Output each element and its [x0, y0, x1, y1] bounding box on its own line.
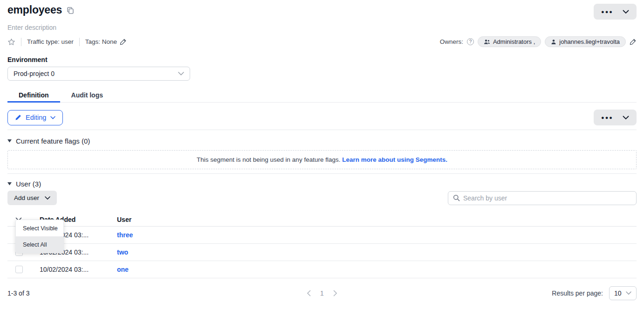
chevron-down-icon	[623, 10, 629, 14]
traffic-type-label: Traffic type: user	[27, 38, 74, 45]
search-icon	[453, 194, 460, 201]
segment-overflow-menu-button[interactable]: ●●●	[596, 4, 618, 20]
next-page-button[interactable]	[333, 290, 337, 296]
tab-audit-logs[interactable]: Audit logs	[60, 88, 114, 102]
ellipsis-icon: ●●●	[601, 115, 613, 120]
learn-more-link[interactable]: Learn more about using Segments.	[342, 156, 447, 163]
group-icon	[484, 39, 490, 45]
header: employees ●●●	[7, 4, 637, 20]
owner-team-label: Administrators ,	[493, 38, 535, 45]
divider	[79, 38, 80, 46]
feature-flags-section-toggle[interactable]: Current feature flags (0)	[7, 137, 637, 145]
chevron-down-icon	[626, 291, 631, 295]
results-per-page-select[interactable]: 10	[609, 286, 637, 300]
meta-row: Traffic type: user Tags: None Owners: ? …	[7, 36, 637, 47]
add-user-button[interactable]: Add user	[7, 191, 57, 205]
definition-toolbar: Editing ●●●	[7, 110, 637, 125]
empty-state-text: This segment is not being used in any fe…	[197, 156, 342, 163]
owner-user-pill[interactable]: johannes.liegl+travolta	[545, 36, 626, 47]
pager: 1	[307, 289, 337, 297]
menu-item-select-all[interactable]: Select All	[16, 236, 63, 253]
environment-label: Environment	[7, 56, 637, 63]
triangle-down-icon	[7, 182, 12, 186]
help-icon[interactable]: ?	[467, 38, 474, 45]
pencil-icon	[630, 38, 637, 45]
row-checkbox[interactable]	[15, 266, 23, 273]
tab-bar: Definition Audit logs	[7, 88, 637, 103]
previous-page-button[interactable]	[307, 290, 311, 296]
tags-label: Tags: None	[85, 38, 117, 45]
user-section-toggle[interactable]: User (3)	[7, 180, 637, 188]
user-link[interactable]: two	[117, 248, 128, 256]
environment-selected-value: Prod-project 0	[14, 70, 55, 77]
description-placeholder[interactable]: Enter description	[7, 24, 637, 31]
user-link[interactable]: one	[117, 266, 129, 273]
feature-flags-heading: Current feature flags (0)	[16, 137, 90, 145]
results-per-page: Results per page: 10	[552, 286, 637, 300]
user-search-input[interactable]	[463, 194, 631, 202]
definition-actions-chevron-button[interactable]	[618, 110, 634, 125]
owners-label: Owners:	[440, 38, 463, 45]
table-row: 10/02/2024 03:... three	[7, 227, 637, 244]
menu-item-select-visible[interactable]: Select Visible	[16, 220, 63, 236]
edit-owners-button[interactable]	[630, 38, 637, 45]
user-link[interactable]: three	[117, 231, 133, 239]
user-tools-row: Add user	[7, 191, 637, 205]
star-icon	[7, 38, 15, 46]
divider	[21, 38, 21, 46]
results-per-page-value: 10	[614, 289, 622, 297]
chevron-down-icon	[50, 116, 55, 119]
copy-key-icon[interactable]	[67, 7, 74, 14]
table-header-row: Date Added User	[7, 213, 637, 227]
feature-flags-empty-state: This segment is not being used in any fe…	[7, 150, 637, 169]
person-icon	[551, 39, 556, 45]
chevron-left-icon	[307, 290, 311, 296]
table-row: 10/02/2024 03:... two	[7, 244, 637, 261]
pencil-icon	[120, 38, 127, 45]
table-row: 10/02/2024 03:... one	[7, 261, 637, 278]
column-header-user: User	[117, 216, 637, 223]
edit-tags-button[interactable]	[120, 38, 127, 45]
chevron-down-icon	[45, 196, 50, 200]
triangle-down-icon	[7, 139, 12, 143]
chevron-right-icon	[333, 290, 337, 296]
add-user-label: Add user	[14, 194, 39, 201]
editing-mode-button[interactable]: Editing	[7, 110, 63, 125]
chevron-down-icon	[623, 116, 629, 120]
segment-actions-chevron-button[interactable]	[618, 4, 634, 20]
favorite-star-button[interactable]	[7, 38, 15, 46]
pencil-icon	[15, 114, 21, 121]
user-search-box	[448, 191, 637, 205]
select-rows-menu: Select Visible Select All	[15, 220, 64, 253]
owners-row: Owners: ? Administrators , johannes.lieg…	[440, 36, 637, 47]
definition-actions-split-button: ●●●	[594, 110, 637, 125]
row-date: 10/02/2024 03:...	[40, 266, 117, 273]
owner-team-pill[interactable]: Administrators ,	[478, 36, 541, 47]
divider	[7, 173, 637, 174]
segment-detail-page: employees ●●● Enter description	[0, 0, 644, 300]
editing-label: Editing	[26, 114, 46, 121]
owner-user-label: johannes.liegl+travolta	[559, 38, 620, 45]
divider	[7, 130, 637, 130]
results-per-page-label: Results per page:	[552, 289, 603, 297]
ellipsis-icon: ●●●	[601, 9, 613, 14]
tab-definition[interactable]: Definition	[7, 88, 60, 102]
results-summary: 1-3 of 3	[7, 289, 29, 297]
users-table: Date Added User 10/02/2024 03:... three …	[7, 213, 637, 278]
user-section-heading: User (3)	[16, 180, 41, 188]
chevron-down-icon	[178, 72, 184, 76]
environment-section: Environment Prod-project 0	[7, 56, 637, 81]
environment-select[interactable]: Prod-project 0	[7, 67, 190, 81]
page-title: employees	[7, 4, 62, 16]
definition-overflow-menu-button[interactable]: ●●●	[596, 110, 618, 125]
current-page-number[interactable]: 1	[320, 289, 324, 297]
segment-actions-split-button: ●●●	[594, 4, 637, 20]
table-footer: 1-3 of 3 1 Results per page: 10	[7, 286, 637, 300]
